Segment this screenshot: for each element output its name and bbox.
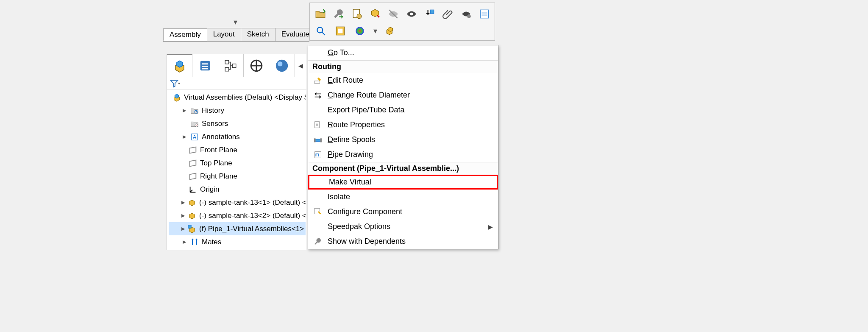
svg-rect-16 (202, 63, 208, 64)
svg-point-33 (196, 238, 198, 240)
wrench-arrow-icon[interactable] (332, 7, 345, 21)
context-menu: Go To... Routing Edit Route Change Route… (308, 45, 498, 249)
open-folder-icon[interactable] (314, 7, 326, 21)
menu-speedpak-label: Speedpak Options (328, 222, 484, 231)
tree-mates-label: Mates (202, 238, 221, 246)
submenu-arrow-icon: ▶ (488, 223, 493, 230)
tree-top-plane[interactable]: Top Plane (169, 156, 306, 170)
tree-history[interactable]: ▶ History (169, 104, 306, 117)
menu-define-spools[interactable]: Define Spools (308, 132, 498, 147)
edit-route-icon (312, 75, 323, 86)
hide-eye-icon[interactable] (387, 7, 399, 21)
mates-icon (190, 237, 199, 247)
origin-icon (188, 185, 198, 194)
tree-mates[interactable]: ▶ Mates (169, 235, 306, 248)
expander-icon[interactable]: ▶ (181, 134, 187, 140)
menu-show-dependents[interactable]: Show with Dependents (308, 234, 498, 249)
svg-rect-31 (188, 225, 191, 228)
tab-sketch[interactable]: Sketch (241, 28, 275, 41)
menu-route-properties[interactable]: Route Properties (308, 117, 498, 132)
svg-point-1 (357, 14, 362, 19)
expander-icon[interactable]: ▶ (181, 213, 185, 219)
panel-tab-scroll-left[interactable]: ◀ (295, 54, 306, 77)
appearance-dropdown[interactable]: ▾ (373, 26, 378, 36)
tree-top-plane-label: Top Plane (200, 159, 232, 167)
tree-front-plane[interactable]: Front Plane (169, 143, 306, 156)
show-eye-icon[interactable] (405, 7, 417, 21)
svg-rect-39 (315, 139, 321, 142)
expander-icon[interactable]: ▶ (181, 200, 185, 206)
selection-filter-icon[interactable] (334, 24, 347, 38)
feature-tree-tab-icon[interactable] (167, 54, 192, 77)
tab-assembly[interactable]: Assembly (163, 28, 207, 41)
svg-text:A: A (193, 134, 197, 140)
menu-make-virtual[interactable]: Make Virtual (308, 175, 498, 190)
list-panel-icon[interactable] (478, 7, 490, 21)
document-gear-icon[interactable] (351, 7, 363, 21)
tree-origin[interactable]: Origin (169, 183, 306, 196)
tree-pipe-selected[interactable]: ▶ (f) Pipe_1-Virtual Assemblies<1> (D (169, 222, 306, 235)
menu-header-routing: Routing (308, 60, 498, 73)
menu-goto[interactable]: Go To... (308, 45, 498, 60)
feature-tree: Virtual Assemblies (Default) <Display St… (167, 90, 306, 250)
expander-icon[interactable]: ▶ (181, 108, 187, 114)
menu-change-diameter[interactable]: Change Route Diameter (308, 88, 498, 103)
zoom-icon[interactable] (314, 24, 328, 38)
menu-configure-component[interactable]: Configure Component (308, 204, 498, 219)
svg-rect-17 (202, 66, 208, 67)
tab-layout[interactable]: Layout (207, 28, 241, 41)
plane-icon (188, 159, 198, 168)
pipe-drawing-icon (312, 149, 323, 160)
menu-show-dependents-label: Show with Dependents (328, 237, 493, 246)
svg-rect-41 (320, 138, 322, 142)
paperclip-icon[interactable] (442, 7, 454, 21)
tree-history-label: History (202, 106, 224, 115)
change-diameter-icon (312, 90, 323, 101)
svg-rect-40 (314, 138, 316, 142)
assembly-gold-icon[interactable] (384, 24, 397, 38)
svg-rect-34 (314, 81, 320, 83)
menu-pipe-drawing[interactable]: Pipe Drawing (308, 147, 498, 162)
tree-root[interactable]: Virtual Assemblies (Default) <Display St (169, 91, 306, 104)
property-manager-tab-icon[interactable] (192, 54, 218, 77)
svg-point-3 (410, 13, 413, 16)
down-arrow-cube-icon[interactable] (423, 7, 436, 21)
feature-manager-panel: ◀ ▾ Virtual Assemblies (Default) <Displa… (167, 54, 306, 250)
configure-component-icon (312, 206, 323, 218)
tree-tank2[interactable]: ▶ (-) sample-tank-13<2> (Default) < (169, 209, 306, 222)
cube-pencil-icon[interactable] (369, 7, 381, 21)
menu-export-pipe[interactable]: Export Pipe/Tube Data (308, 103, 498, 117)
show-dependents-icon (312, 236, 323, 247)
menu-isolate-label: Isolate (328, 193, 493, 201)
tree-filter[interactable]: ▾ (167, 77, 306, 90)
tree-sensors[interactable]: Sensors (169, 117, 306, 130)
eye-gear-icon[interactable] (460, 7, 472, 21)
configuration-manager-tab-icon[interactable] (218, 54, 244, 77)
plane-icon (188, 172, 198, 181)
svg-rect-13 (338, 29, 343, 33)
menu-export-pipe-label: Export Pipe/Tube Data (328, 106, 493, 114)
display-manager-tab-icon[interactable] (269, 54, 295, 77)
menu-edit-route[interactable]: Edit Route (308, 73, 498, 88)
menu-header-component: Component (Pipe_1-Virtual Assemblie...) (308, 162, 498, 175)
svg-rect-19 (225, 60, 229, 64)
tree-front-plane-label: Front Plane (200, 146, 237, 154)
menu-isolate[interactable]: Isolate (308, 190, 498, 204)
menu-pipe-drawing-label: Pipe Drawing (328, 150, 493, 159)
menu-edit-route-label: Edit Route (328, 76, 493, 85)
plane-icon (188, 145, 198, 155)
route-properties-icon (312, 120, 323, 131)
tree-root-label: Virtual Assemblies (Default) <Display St (184, 93, 306, 102)
expander-placeholder (181, 121, 187, 127)
svg-rect-4 (430, 10, 434, 14)
expander-icon[interactable]: ▶ (181, 239, 187, 245)
appearance-sphere-icon[interactable] (353, 24, 367, 38)
menu-speedpak-options[interactable]: Speedpak Options ▶ (308, 219, 498, 234)
dimxpert-tab-icon[interactable] (244, 54, 269, 77)
tree-tank1[interactable]: ▶ (-) sample-tank-13<1> (Default) < (169, 196, 306, 209)
svg-line-11 (322, 32, 325, 35)
commandmanager-dropdown[interactable]: ▾ (230, 17, 240, 27)
tree-right-plane[interactable]: Right Plane (169, 170, 306, 183)
expander-icon[interactable]: ▶ (181, 226, 185, 232)
tree-annotations[interactable]: ▶ A Annotations (169, 130, 306, 143)
